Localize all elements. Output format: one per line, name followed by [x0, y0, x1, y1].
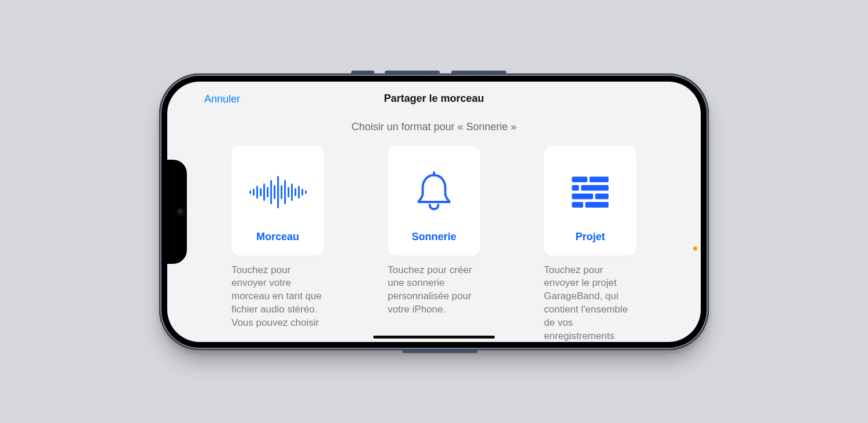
screen: Annuler Partager le morceau Choisir un f…: [167, 82, 701, 342]
option-ringtone: Sonnerie Touchez pour créer une sonnerie…: [388, 146, 480, 342]
option-project-card[interactable]: Projet: [544, 146, 637, 256]
svg-rect-0: [572, 176, 587, 182]
option-project-description: Touchez pour envoyer le projet GarageBan…: [544, 264, 637, 342]
subtitle: Choisir un format pour « Sonnerie »: [167, 121, 701, 133]
svg-rect-4: [572, 193, 593, 199]
option-ringtone-description: Touchez pour créer une sonnerie personna…: [388, 264, 480, 317]
power-button: [402, 350, 477, 353]
front-camera: [178, 209, 183, 215]
tracks-icon: [549, 156, 632, 229]
svg-rect-2: [572, 185, 579, 191]
option-song-description: Touchez pour envoyer votre morceau en ta…: [231, 264, 324, 330]
svg-rect-3: [581, 185, 609, 191]
option-song-card[interactable]: Morceau: [231, 146, 324, 256]
option-song: Morceau Touchez pour envoyer votre morce…: [231, 146, 324, 342]
mute-switch: [351, 71, 374, 74]
cancel-button[interactable]: Annuler: [204, 93, 240, 105]
nav-bar: Annuler Partager le morceau: [167, 87, 701, 111]
svg-rect-7: [585, 202, 608, 208]
option-song-label: Morceau: [256, 231, 299, 243]
option-project: Projet Touchez pour envoyer le projet Ga…: [544, 146, 637, 342]
waveform-icon: [236, 156, 319, 229]
page-title: Partager le morceau: [384, 93, 484, 105]
bell-icon: [392, 156, 476, 229]
iphone-device-frame: Annuler Partager le morceau Choisir un f…: [159, 73, 709, 350]
home-indicator[interactable]: [373, 336, 495, 339]
option-ringtone-card[interactable]: Sonnerie: [388, 146, 480, 256]
recording-indicator-dot: [693, 247, 697, 251]
svg-rect-6: [572, 202, 583, 208]
option-project-label: Projet: [575, 231, 605, 243]
notch: [167, 160, 187, 264]
share-sheet: Annuler Partager le morceau Choisir un f…: [167, 82, 701, 342]
volume-down-button: [451, 71, 506, 74]
volume-up-button: [385, 71, 440, 74]
svg-rect-1: [590, 176, 609, 182]
svg-rect-5: [595, 193, 609, 199]
option-ringtone-label: Sonnerie: [411, 231, 456, 243]
format-options: Morceau Touchez pour envoyer votre morce…: [167, 146, 701, 342]
